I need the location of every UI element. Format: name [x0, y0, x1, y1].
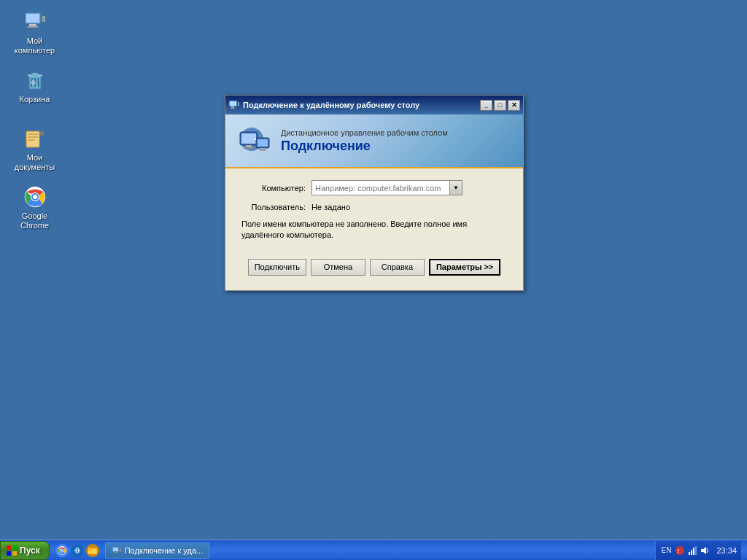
- taskbar-chrome-icon[interactable]: [55, 544, 69, 557]
- my-documents-label: Мои документы: [10, 153, 59, 172]
- taskbar-quick-launch: [53, 544, 102, 557]
- svg-rect-54: [113, 548, 118, 551]
- svg-rect-32: [241, 133, 256, 144]
- svg-rect-15: [28, 136, 38, 138]
- desktop-icon-my-documents[interactable]: Мои документы: [7, 124, 62, 175]
- desktop: Мой компьютер ♻ Корзина: [0, 0, 747, 540]
- svg-rect-57: [120, 548, 121, 552]
- taskbar-rdp-item[interactable]: Подключение к уда...: [105, 542, 210, 559]
- svg-rect-17: [39, 131, 44, 136]
- svg-rect-41: [7, 551, 11, 556]
- my-computer-icon: [23, 10, 47, 34]
- tray-antivirus-icon[interactable]: !: [675, 545, 685, 556]
- svg-rect-55: [115, 552, 117, 553]
- taskbar-rdp-label: Подключение к уда...: [125, 546, 204, 555]
- google-chrome-label: Google Chrome: [10, 211, 59, 230]
- svg-rect-40: [12, 545, 17, 550]
- svg-text:♻: ♻: [31, 79, 36, 86]
- maximize-button[interactable]: □: [494, 100, 506, 111]
- cancel-button[interactable]: Отмена: [311, 259, 365, 276]
- computer-input-group: ▼: [311, 180, 462, 195]
- start-icon: [7, 545, 17, 556]
- svg-rect-60: [689, 552, 690, 555]
- start-label: Пуск: [20, 545, 40, 556]
- svg-marker-64: [701, 547, 706, 554]
- svg-point-46: [61, 550, 63, 551]
- svg-rect-5: [43, 18, 44, 20]
- svg-rect-33: [246, 145, 252, 147]
- banner-title: Подключение: [281, 139, 511, 154]
- rdp-banner-icon: [237, 123, 272, 158]
- svg-rect-14: [28, 133, 38, 135]
- tray-network-icon[interactable]: [687, 545, 697, 556]
- computer-input[interactable]: [311, 180, 450, 195]
- svg-rect-25: [231, 106, 234, 108]
- svg-rect-61: [691, 550, 692, 555]
- system-clock: 23:34: [712, 546, 737, 555]
- title-bar-buttons: _ □ ✕: [480, 100, 520, 111]
- svg-rect-28: [238, 103, 239, 105]
- system-tray: EN ! 23:34: [655, 541, 741, 560]
- recycle-bin-icon: ♻: [23, 69, 47, 92]
- taskbar: Пуск: [0, 540, 747, 560]
- dialog-body: Компьютер: ▼ Пользователь: Не задано Пол…: [225, 168, 523, 290]
- dialog-title-text: Подключение к удалённому рабочему столу: [243, 101, 480, 109]
- computer-field-row: Компьютер: ▼: [240, 180, 508, 195]
- close-button[interactable]: ✕: [508, 100, 520, 111]
- svg-rect-16: [28, 139, 35, 141]
- dialog-buttons: Подключить Отмена Справка Параметры >>: [240, 253, 508, 279]
- dialog-banner: Дистанционное управление рабочим столом …: [225, 114, 523, 168]
- svg-rect-42: [12, 551, 17, 556]
- svg-rect-24: [230, 101, 236, 106]
- recycle-bin-label: Корзина: [20, 95, 50, 104]
- my-documents-icon: [23, 127, 47, 150]
- svg-rect-63: [695, 546, 697, 555]
- google-chrome-icon: [23, 185, 47, 209]
- system-tray-area: EN ! 23:34: [655, 541, 747, 560]
- rdp-title-icon: [228, 99, 240, 111]
- computer-label: Компьютер:: [240, 184, 306, 192]
- svg-point-22: [33, 195, 37, 199]
- help-button[interactable]: Справка: [370, 259, 425, 276]
- user-value: Не задано: [311, 203, 350, 211]
- svg-rect-26: [230, 108, 235, 109]
- warning-text: Поле имени компьютера не заполнено. Введ…: [240, 219, 508, 241]
- svg-rect-34: [244, 147, 254, 149]
- tray-lang-icon[interactable]: EN: [660, 546, 673, 554]
- svg-rect-39: [7, 545, 11, 550]
- params-button[interactable]: Параметры >>: [429, 259, 500, 276]
- tray-volume-icon[interactable]: [700, 545, 710, 556]
- banner-subtitle: Дистанционное управление рабочим столом: [281, 128, 511, 137]
- start-button[interactable]: Пуск: [0, 541, 50, 560]
- taskbar-ie-icon[interactable]: [71, 544, 84, 557]
- dialog-title-bar: Подключение к удалённому рабочему столу …: [225, 96, 523, 114]
- user-field-row: Пользователь: Не задано: [240, 203, 508, 211]
- banner-text-area: Дистанционное управление рабочим столом …: [281, 128, 511, 154]
- taskbar-rdp-icon: [112, 545, 122, 556]
- svg-rect-1: [26, 14, 39, 23]
- svg-rect-37: [260, 148, 265, 149]
- user-label: Пользователь:: [240, 203, 306, 211]
- svg-rect-2: [29, 24, 36, 26]
- connect-button[interactable]: Подключить: [248, 259, 306, 276]
- svg-rect-62: [693, 548, 694, 555]
- minimize-button[interactable]: _: [480, 100, 492, 111]
- desktop-icon-google-chrome[interactable]: Google Chrome: [7, 182, 62, 233]
- desktop-icon-recycle-bin[interactable]: ♻ Корзина: [7, 66, 62, 107]
- my-computer-label: Мой компьютер: [10, 36, 59, 55]
- taskbar-folder-icon[interactable]: [86, 544, 99, 557]
- svg-text:!: !: [678, 548, 680, 554]
- svg-rect-36: [258, 139, 268, 147]
- svg-rect-8: [32, 73, 38, 75]
- svg-rect-52: [88, 548, 92, 550]
- svg-rect-3: [27, 26, 39, 28]
- svg-line-11: [38, 78, 39, 87]
- rdp-dialog: Подключение к удалённому рабочему столу …: [225, 95, 524, 291]
- svg-rect-56: [114, 553, 119, 554]
- desktop-icon-my-computer[interactable]: Мой компьютер: [7, 7, 62, 58]
- computer-dropdown-button[interactable]: ▼: [450, 180, 462, 195]
- svg-rect-38: [259, 149, 266, 151]
